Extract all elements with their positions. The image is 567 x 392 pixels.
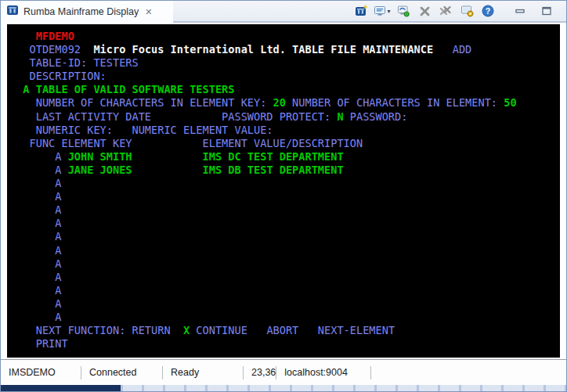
- terminal-row: A: [10, 203, 560, 217]
- terminal-row: FUNC ELEMENT KEY ELEMENT VALUE/DESCRIPTI…: [10, 137, 560, 150]
- terminal-text-segment: LAST ACTIVITY DATE PASSWORD PROTECT:: [10, 110, 337, 123]
- tab-bar: Rumba Mainframe Display ✕: [1, 1, 566, 23]
- terminal-text-segment: A: [10, 177, 61, 189]
- terminal-text-segment: A: [10, 150, 61, 163]
- terminal-text-segment: A: [10, 284, 61, 297]
- status-host-address: localhost:9004: [276, 367, 370, 378]
- terminal-row: A TABLE OF VALID SOFTWARE TESTERS: [10, 83, 560, 96]
- terminal-text-segment: A: [10, 311, 61, 323]
- display-settings-button[interactable]: [458, 2, 475, 20]
- help-button[interactable]: ?: [479, 2, 497, 20]
- terminal-text-segment: ADD: [433, 43, 471, 56]
- scrollbar-thumb[interactable]: [1, 385, 121, 391]
- terminal-text-segment: JOHN SMITH IMS DC TEST DEPARTMENT: [61, 150, 343, 163]
- terminal-row: DESCRIPTION:: [10, 70, 560, 83]
- terminal-row: A: [10, 257, 560, 271]
- terminal-text-segment: A: [10, 190, 61, 203]
- terminal-text-segment: PRINT: [10, 337, 68, 350]
- terminal-row: NEXT FUNCTION: RETURN X CONTINUE ABORT N…: [10, 324, 560, 337]
- terminal-row: PRINT: [10, 337, 560, 351]
- terminal-text-segment: DESCRIPTION:: [10, 70, 107, 82]
- rumba-display-icon: [6, 4, 19, 20]
- terminal-text-segment: A: [10, 164, 61, 176]
- terminal-text-segment: PASSWORD:: [344, 110, 408, 123]
- terminal-row: A: [10, 190, 560, 203]
- disconnect-all-button[interactable]: [437, 2, 454, 20]
- terminal-text-segment: A TABLE OF VALID SOFTWARE TESTERS: [10, 83, 234, 95]
- tab-bar-filler: ▾: [173, 1, 567, 23]
- tab-close-icon[interactable]: ✕: [145, 7, 152, 17]
- terminal-row: A JANE JONES IMS DB TEST DEPARTMENT: [10, 164, 560, 177]
- display-session-icon: [374, 5, 386, 17]
- terminal-text-segment: A: [10, 244, 61, 257]
- terminal-row: A: [10, 244, 560, 257]
- terminal-text-segment: MFDEMO: [10, 30, 74, 42]
- disconnect-button[interactable]: [416, 2, 433, 20]
- terminal-text-segment: N: [337, 110, 343, 123]
- display-settings-icon: [460, 5, 474, 17]
- status-bar: IMSDEMO Connected Ready 23,36 localhost:…: [1, 359, 566, 385]
- terminal-row: TABLE-ID: TESTERS: [10, 56, 560, 70]
- terminal-row: A: [10, 284, 560, 297]
- terminal-row: LAST ACTIVITY DATE PASSWORD PROTECT: N P…: [10, 110, 560, 124]
- minimize-view-button[interactable]: [511, 2, 529, 20]
- terminal-text-segment: A: [10, 271, 61, 283]
- terminal-text-segment: X: [183, 324, 190, 336]
- connect-button[interactable]: [395, 2, 412, 20]
- status-cursor-position: 23,36: [244, 367, 276, 378]
- terminal-text-segment: A: [10, 297, 61, 310]
- terminal-row: OTDEM092 Micro Focus International Ltd. …: [10, 43, 560, 56]
- terminal-row: A JOHN SMITH IMS DC TEST DEPARTMENT: [10, 150, 560, 164]
- terminal-text-segment: NUMBER OF CHARACTERS IN ELEMENT:: [286, 96, 504, 109]
- maximize-view-icon: [541, 5, 552, 16]
- terminal-text-segment: CONTINUE ABORT NEXT-ELEMENT: [190, 324, 395, 336]
- terminal-text-segment: 50: [504, 96, 516, 109]
- dropdown-arrow-icon[interactable]: ▾: [387, 8, 390, 15]
- terminal-frame: MFDEMO OTDEM092 Micro Focus Internationa…: [1, 23, 566, 359]
- terminal-row: A: [10, 311, 560, 324]
- bottom-scrollbar[interactable]: [1, 385, 566, 391]
- terminal-row: A: [10, 271, 560, 284]
- view-window-controls: [511, 2, 555, 20]
- terminal-text-segment: FUNC ELEMENT KEY ELEMENT VALUE/DESCRIPTI…: [10, 137, 363, 149]
- display-session-button[interactable]: ▾: [374, 2, 391, 20]
- status-connection-state: Connected: [81, 367, 162, 378]
- terminal-row: MFDEMO: [10, 30, 560, 43]
- connect-icon: [397, 5, 410, 17]
- terminal-row: A: [10, 297, 560, 311]
- terminal-text-segment: OTDEM092: [10, 43, 93, 56]
- rumba-window: Rumba Mainframe Display ✕: [0, 0, 567, 392]
- terminal-text-segment: JANE JONES IMS DB TEST DEPARTMENT: [61, 164, 343, 176]
- help-icon: ?: [482, 5, 494, 17]
- status-session-name: IMSDEMO: [1, 367, 81, 378]
- new-display-icon: [355, 5, 368, 18]
- tab-label: Rumba Mainframe Display: [23, 6, 139, 17]
- scrollbar-track[interactable]: [121, 385, 566, 391]
- terminal-text-segment: NEXT FUNCTION: RETURN: [10, 324, 183, 336]
- terminal-text-segment: A: [10, 230, 61, 243]
- disconnect-all-icon: [439, 5, 452, 17]
- terminal-text-segment: NUMBER OF CHARACTERS IN ELEMENT KEY:: [10, 96, 273, 109]
- terminal-row: A: [10, 230, 560, 243]
- new-display-button[interactable]: [352, 2, 370, 20]
- terminal-text-segment: A: [10, 217, 61, 229]
- disconnect-icon: [419, 5, 431, 17]
- status-ready-state: Ready: [163, 367, 243, 378]
- terminal-row: A: [10, 177, 560, 190]
- terminal-row: NUMBER OF CHARACTERS IN ELEMENT KEY: 20 …: [10, 96, 560, 110]
- terminal-text-segment: 20: [273, 96, 286, 109]
- terminal-text-segment: Micro Focus International Ltd. TABLE FIL…: [93, 43, 433, 56]
- view-toolbar: ▾: [352, 2, 566, 20]
- svg-text:?: ?: [486, 6, 490, 16]
- terminal-text-segment: A: [10, 203, 61, 216]
- maximize-view-button[interactable]: [538, 2, 555, 20]
- status-separator: [370, 366, 371, 379]
- terminal-row: NUMERIC KEY: NUMERIC ELEMENT VALUE:: [10, 124, 560, 137]
- terminal-text-segment: A: [10, 257, 61, 270]
- terminal-text-segment: NUMERIC KEY: NUMERIC ELEMENT VALUE:: [10, 124, 273, 136]
- tab-rumba-mainframe-display[interactable]: Rumba Mainframe Display ✕: [1, 1, 173, 23]
- terminal-text-segment: TABLE-ID: TESTERS: [10, 56, 139, 69]
- minimize-view-icon: [515, 5, 525, 16]
- mainframe-terminal-screen[interactable]: MFDEMO OTDEM092 Micro Focus Internationa…: [7, 24, 560, 358]
- terminal-row: A: [10, 217, 560, 230]
